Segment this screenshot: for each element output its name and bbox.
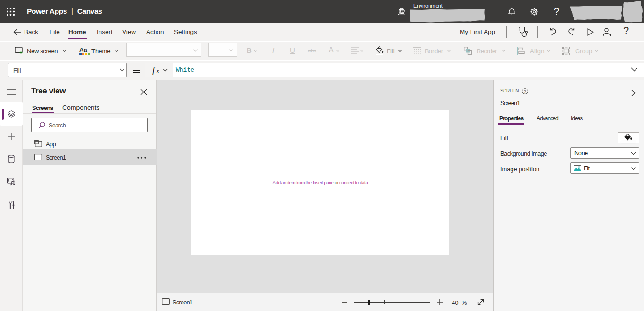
svg-text:?: ? [524, 89, 526, 94]
svg-text:x: x [156, 67, 160, 75]
svg-text:Aa: Aa [79, 46, 87, 53]
svg-text:f: f [152, 65, 156, 75]
